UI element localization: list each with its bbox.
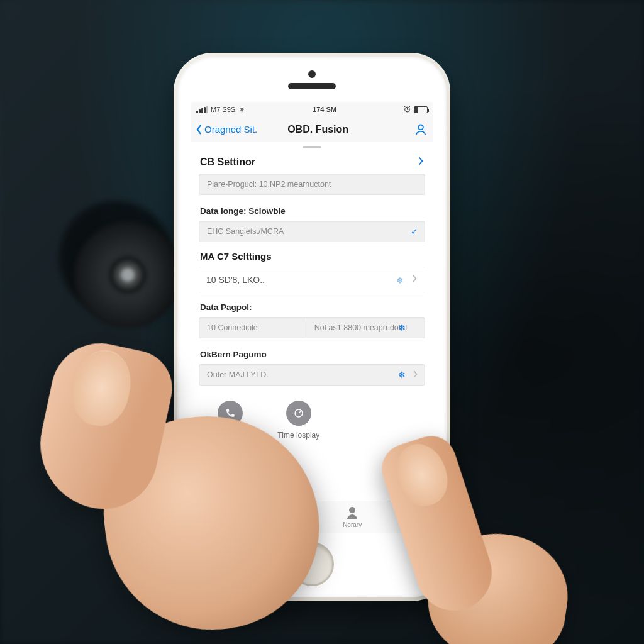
data-pagol-right: Not as1 8800 meaprudotnt bbox=[307, 318, 425, 338]
home-button[interactable] bbox=[290, 542, 334, 586]
data-longe-field[interactable]: EHC Sangiets./MCRA ✓ bbox=[199, 221, 425, 242]
snowflake-icon: ❄ bbox=[398, 370, 406, 380]
section-data-pagol-title: Data Pagpol: bbox=[200, 303, 252, 312]
tab-device[interactable] bbox=[203, 505, 218, 521]
gauge-icon bbox=[286, 401, 311, 426]
phone-icon bbox=[218, 401, 243, 426]
okbern-field[interactable]: Outer MAJ LYTD. ❄ bbox=[199, 364, 425, 386]
svg-point-1 bbox=[418, 125, 423, 130]
okbern-value: Outer MAJ LYTD. bbox=[207, 370, 269, 379]
section-okbern: OkBern Pagumo bbox=[191, 342, 433, 364]
svg-point-4 bbox=[211, 508, 214, 511]
tab-more[interactable]: Norary bbox=[343, 505, 362, 528]
check-icon: ✓ bbox=[411, 226, 418, 236]
earpiece-speaker bbox=[288, 83, 336, 89]
shortcut-time-display-label: Time losplay bbox=[277, 431, 319, 440]
section-cb-title: CB Settinor bbox=[200, 157, 255, 168]
data-longe-value: EHC Sangiets./MCRA bbox=[207, 227, 284, 236]
shortcut-row: Ersy Insuire Time losplay bbox=[191, 389, 433, 445]
wifi-icon bbox=[238, 105, 246, 114]
carrier-label: M7 S9S bbox=[211, 106, 235, 113]
cb-product-field[interactable]: Plare‑Proguci: 10.NP2 mearnuctont bbox=[199, 174, 425, 195]
content-scroll[interactable]: CB Settinor Plare‑Proguci: 10.NP2 mearnu… bbox=[191, 142, 433, 501]
section-cb-settings[interactable]: CB Settinor bbox=[191, 151, 433, 174]
chevron-right-icon bbox=[411, 275, 418, 286]
battery-icon bbox=[414, 106, 428, 113]
drag-indicator bbox=[303, 146, 321, 148]
data-pagol-field[interactable]: 10 Connediple Not as1 8800 meaprudotnt ❄ bbox=[199, 317, 425, 338]
shortcut-time-display[interactable]: Time losplay bbox=[277, 401, 319, 440]
section-mac-title: MA C7 Sclttings bbox=[200, 251, 272, 262]
section-okbern-title: OkBern Pagumo bbox=[200, 350, 267, 359]
svg-point-5 bbox=[349, 507, 355, 513]
alarm-icon bbox=[403, 105, 411, 114]
shortcut-easy-insure[interactable]: Ersy Insuire bbox=[210, 401, 250, 440]
section-data-longe: Data Ionge: Sclowble bbox=[191, 199, 433, 221]
phone-bezel: M7 S9S 174 SM Oragned Sit. OBD. Fusio bbox=[177, 57, 447, 597]
shortcut-easy-insure-label: Ersy Insuire bbox=[210, 431, 250, 440]
status-bar: M7 S9S 174 SM bbox=[191, 102, 433, 117]
status-time: 174 SM bbox=[246, 106, 403, 113]
nav-bar: Oragned Sit. OBD. Fusion bbox=[191, 117, 433, 142]
steering-wheel-logo bbox=[74, 221, 181, 328]
mac-settings-row[interactable]: 10 SD'8, LKO.. ❄ bbox=[199, 267, 425, 292]
tab-bar: Sulnen Norary bbox=[191, 501, 433, 533]
phone-frame: M7 S9S 174 SM Oragned Sit. OBD. Fusio bbox=[174, 53, 450, 601]
mac-settings-value: 10 SD'8, LKO.. bbox=[206, 275, 265, 285]
chevron-right-icon bbox=[418, 156, 424, 169]
svg-rect-3 bbox=[207, 507, 213, 518]
section-data-longe-title: Data Ionge: Sclowble bbox=[200, 206, 286, 216]
profile-button[interactable] bbox=[413, 123, 429, 136]
signal-strength-icon bbox=[196, 106, 208, 113]
cb-product-value: Plare‑Proguci: 10.NP2 mearnuctont bbox=[207, 180, 331, 189]
chevron-right-icon bbox=[413, 370, 418, 380]
page-title: OBD. Fusion bbox=[223, 124, 413, 135]
section-mac-settings: MA C7 Sclttings bbox=[191, 246, 433, 267]
snowflake-icon: ❄ bbox=[396, 275, 404, 286]
section-data-pagol: Data Pagpol: bbox=[191, 295, 433, 317]
tab-touch[interactable]: Sulnen bbox=[270, 505, 290, 528]
snowflake-icon: ❄ bbox=[398, 323, 406, 333]
front-camera bbox=[308, 70, 316, 78]
tab-more-label: Norary bbox=[343, 521, 362, 528]
data-pagol-left: 10 Connediple bbox=[199, 318, 303, 338]
tab-touch-label: Sulnen bbox=[270, 521, 290, 528]
screen: M7 S9S 174 SM Oragned Sit. OBD. Fusio bbox=[191, 102, 433, 533]
